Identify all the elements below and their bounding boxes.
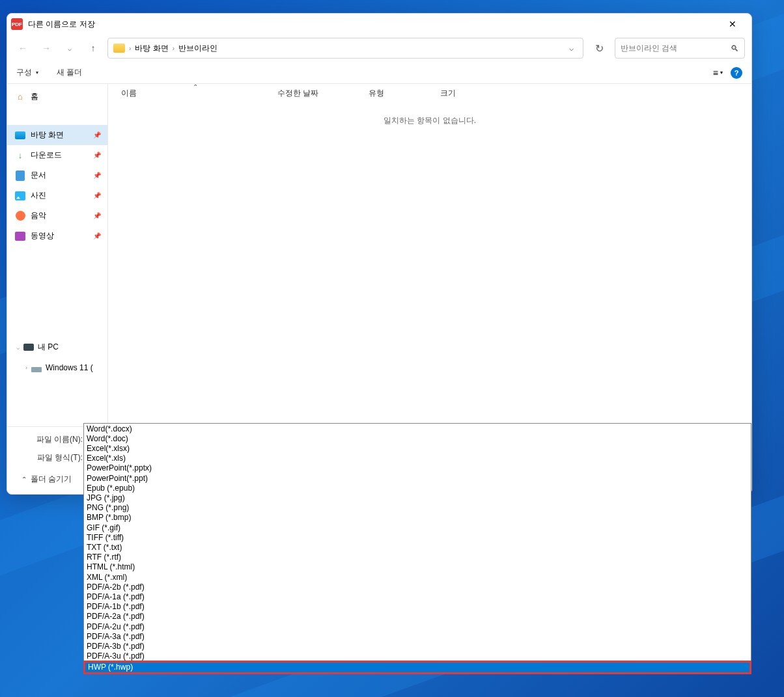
chevron-up-icon: ⌃ <box>21 476 27 483</box>
titlebar: PDF 다른 이름으로 저장 ✕ <box>7 14 751 34</box>
filetype-option[interactable]: BMP (*.bmp) <box>84 513 751 523</box>
filetype-option[interactable]: PDF/A-1b (*.pdf) <box>84 602 751 612</box>
search-box[interactable]: 🔍︎ <box>615 38 745 59</box>
filetype-option[interactable]: PDF/A-3b (*.pdf) <box>84 641 751 651</box>
address-bar[interactable]: › 바탕 화면 › 반브이라인 ⌵ <box>107 38 583 59</box>
filetype-option[interactable]: TIFF (*.tiff) <box>84 532 751 542</box>
dialog-title: 다른 이름으로 저장 <box>28 19 718 30</box>
file-list-area: ⌃ 이름 수정한 날짜 유형 크기 일치하는 항목이 없습니다. <box>108 84 751 426</box>
folder-icon <box>113 44 125 53</box>
up-button[interactable]: ↑ <box>84 39 102 57</box>
video-icon <box>15 232 25 241</box>
filename-label: 파일 이름(N): <box>12 434 85 445</box>
empty-message: 일치하는 항목이 없습니다. <box>108 115 751 126</box>
refresh-button[interactable]: ↻ <box>589 39 609 57</box>
pictures-icon <box>15 191 25 200</box>
column-name[interactable]: 이름 <box>121 88 277 99</box>
filetype-option[interactable]: PDF/A-3a (*.pdf) <box>84 631 751 641</box>
sort-arrow-icon[interactable]: ⌃ <box>193 84 198 90</box>
help-icon[interactable]: ? <box>731 67 742 79</box>
download-icon: ↓ <box>15 150 25 161</box>
filetype-option[interactable]: Excel(*.xls) <box>84 454 751 463</box>
pc-icon <box>23 344 34 351</box>
navigation-bar: ← → ⌵ ↑ › 바탕 화면 › 반브이라인 ⌵ ↻ 🔍︎ <box>7 34 751 62</box>
filetype-option[interactable]: PDF/A-3u (*.pdf) <box>84 651 751 661</box>
view-options-button[interactable]: ≡▾ <box>713 68 723 78</box>
column-headers: ⌃ 이름 수정한 날짜 유형 크기 <box>108 84 751 103</box>
filetype-option[interactable]: PNG (*.png) <box>84 503 751 513</box>
filetype-option[interactable]: Epub (*.epub) <box>84 483 751 493</box>
filetype-option[interactable]: HTML (*.html) <box>84 562 751 572</box>
forward-button[interactable]: → <box>37 39 55 57</box>
pin-icon: 📌 <box>93 212 101 219</box>
expand-icon[interactable]: › <box>25 364 27 371</box>
pin-icon: 📌 <box>93 192 101 199</box>
column-size[interactable]: 크기 <box>440 88 492 99</box>
filetype-option[interactable]: PDF/A-2b (*.pdf) <box>84 582 751 592</box>
filetype-option[interactable]: Word(*.doc) <box>84 433 751 443</box>
sidebar-item-drive[interactable]: › Windows 11 ( <box>7 357 107 377</box>
filetype-option[interactable]: GIF (*.gif) <box>84 523 751 532</box>
pin-icon: 📌 <box>93 131 101 139</box>
breadcrumb-item[interactable]: 반브이라인 <box>178 43 217 54</box>
organize-button[interactable]: 구성▾ <box>16 67 38 78</box>
filetype-option[interactable]: RTF (*.rtf) <box>84 553 751 562</box>
breadcrumb-item[interactable]: 바탕 화면 <box>135 43 168 54</box>
close-button[interactable]: ✕ <box>718 14 748 34</box>
sidebar-item-documents[interactable]: 문서 📌 <box>7 165 107 185</box>
new-folder-button[interactable]: 새 폴더 <box>57 67 82 78</box>
filetype-option[interactable]: PDF/A-2a (*.pdf) <box>84 612 751 622</box>
desktop-icon <box>15 131 25 139</box>
filetype-option[interactable]: XML (*.xml) <box>84 572 751 582</box>
filetype-option[interactable]: Word(*.docx) <box>84 424 751 433</box>
toolbar: 구성▾ 새 폴더 ≡▾ ? <box>7 62 751 84</box>
filetype-option[interactable]: PDF/A-1a (*.pdf) <box>84 592 751 601</box>
filetype-option[interactable]: Excel(*.xlsx) <box>84 443 751 453</box>
back-button[interactable]: ← <box>14 39 32 57</box>
address-dropdown-icon[interactable]: ⌵ <box>569 44 574 53</box>
search-input[interactable] <box>621 44 731 53</box>
sidebar-item-pictures[interactable]: 사진 📌 <box>7 185 107 206</box>
recent-locations-button[interactable]: ⌵ <box>61 39 79 57</box>
sidebar-home[interactable]: ⌂ 홈 <box>7 87 107 107</box>
filetype-option[interactable]: HWP (*.hwp) <box>83 661 751 674</box>
pin-icon: 📌 <box>93 152 101 159</box>
sidebar-item-music[interactable]: 음악 📌 <box>7 206 107 226</box>
filetype-dropdown-list[interactable]: Word(*.docx)Word(*.doc)Excel(*.xlsx)Exce… <box>83 423 751 674</box>
document-icon <box>16 171 25 181</box>
save-as-dialog: PDF 다른 이름으로 저장 ✕ ← → ⌵ ↑ › 바탕 화면 › 반브이라인… <box>7 13 752 495</box>
column-type[interactable]: 유형 <box>369 88 440 99</box>
column-date[interactable]: 수정한 날짜 <box>277 88 369 99</box>
filetype-option[interactable]: PDF/A-2u (*.pdf) <box>84 622 751 631</box>
drive-icon <box>31 367 42 372</box>
chevron-right-icon: › <box>129 45 131 52</box>
filetype-option[interactable]: TXT (*.txt) <box>84 542 751 552</box>
filetype-option[interactable]: JPG (*.jpg) <box>84 493 751 502</box>
chevron-right-icon: › <box>173 45 175 52</box>
sidebar-item-this-pc[interactable]: ⌵ 내 PC <box>7 337 107 357</box>
filetype-option[interactable]: PowerPoint(*.ppt) <box>84 473 751 483</box>
sidebar-item-videos[interactable]: 동영상 📌 <box>7 226 107 246</box>
sidebar-item-downloads[interactable]: ↓ 다운로드 📌 <box>7 145 107 165</box>
sidebar-item-desktop[interactable]: 바탕 화면 📌 <box>7 125 107 145</box>
music-icon <box>16 211 25 221</box>
filetype-option[interactable]: PowerPoint(*.pptx) <box>84 463 751 473</box>
app-icon: PDF <box>11 18 23 30</box>
sidebar: ⌂ 홈 바탕 화면 📌 ↓ 다운로드 📌 문서 📌 사진 <box>7 84 108 426</box>
pin-icon: 📌 <box>93 172 101 179</box>
filetype-label: 파일 형식(T): <box>12 452 85 463</box>
search-icon[interactable]: 🔍︎ <box>731 44 739 53</box>
pin-icon: 📌 <box>93 232 101 239</box>
home-icon: ⌂ <box>15 92 25 102</box>
collapse-icon[interactable]: ⌵ <box>16 344 20 351</box>
